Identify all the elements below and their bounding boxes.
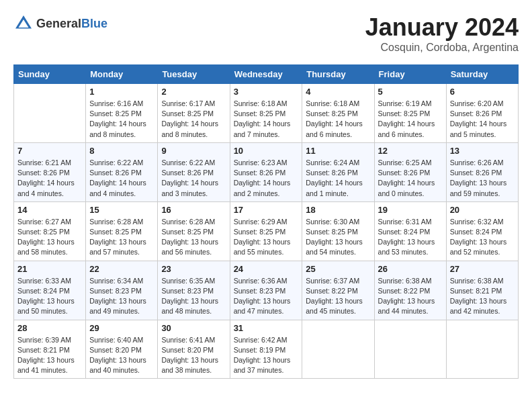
day-number: 31 (234, 323, 299, 333)
day-number: 22 (89, 264, 154, 274)
calendar-cell: 2Sunrise: 6:17 AMSunset: 8:25 PMDaylight… (158, 84, 230, 143)
calendar-cell: 18Sunrise: 6:30 AMSunset: 8:25 PMDayligh… (302, 201, 374, 261)
day-number: 28 (17, 323, 82, 333)
calendar-header: SundayMondayTuesdayWednesdayThursdayFrid… (14, 65, 519, 84)
day-info: Sunrise: 6:18 AMSunset: 8:25 PMDaylight:… (306, 99, 370, 140)
calendar-cell: 17Sunrise: 6:29 AMSunset: 8:25 PMDayligh… (230, 201, 302, 261)
calendar-cell: 23Sunrise: 6:35 AMSunset: 8:23 PMDayligh… (158, 261, 230, 320)
location-title: Cosquin, Cordoba, Argentina (365, 42, 519, 54)
day-number: 4 (306, 87, 370, 97)
day-info: Sunrise: 6:25 AMSunset: 8:26 PMDaylight:… (378, 158, 443, 199)
day-info: Sunrise: 6:37 AMSunset: 8:22 PMDaylight:… (306, 276, 370, 317)
calendar-cell: 25Sunrise: 6:37 AMSunset: 8:22 PMDayligh… (302, 261, 374, 320)
day-number: 1 (89, 87, 154, 97)
day-number: 23 (161, 264, 226, 274)
day-info: Sunrise: 6:16 AMSunset: 8:25 PMDaylight:… (89, 99, 154, 140)
day-info: Sunrise: 6:18 AMSunset: 8:25 PMDaylight:… (234, 99, 299, 140)
day-info: Sunrise: 6:23 AMSunset: 8:26 PMDaylight:… (234, 158, 299, 199)
day-number: 11 (306, 146, 370, 156)
day-number: 5 (378, 87, 443, 97)
day-info: Sunrise: 6:19 AMSunset: 8:25 PMDaylight:… (378, 99, 443, 140)
day-info: Sunrise: 6:32 AMSunset: 8:24 PMDaylight:… (450, 217, 515, 258)
week-row-1: 1Sunrise: 6:16 AMSunset: 8:25 PMDaylight… (14, 84, 519, 143)
title-block: January 2024 Cosquin, Cordoba, Argentina (365, 13, 519, 54)
day-info: Sunrise: 6:31 AMSunset: 8:24 PMDaylight:… (378, 217, 443, 258)
day-number: 8 (89, 146, 154, 156)
calendar-cell (302, 320, 374, 379)
calendar-cell: 13Sunrise: 6:26 AMSunset: 8:26 PMDayligh… (446, 142, 518, 201)
day-info: Sunrise: 6:21 AMSunset: 8:26 PMDaylight:… (17, 158, 82, 199)
calendar-cell: 20Sunrise: 6:32 AMSunset: 8:24 PMDayligh… (446, 201, 518, 261)
logo-blue-text: Blue (81, 17, 107, 30)
day-number: 12 (378, 146, 443, 156)
day-number: 30 (161, 323, 226, 333)
header-day-saturday: Saturday (446, 65, 518, 84)
day-info: Sunrise: 6:22 AMSunset: 8:26 PMDaylight:… (161, 158, 226, 199)
week-row-2: 7Sunrise: 6:21 AMSunset: 8:26 PMDaylight… (14, 142, 519, 201)
day-info: Sunrise: 6:28 AMSunset: 8:25 PMDaylight:… (161, 217, 226, 258)
day-info: Sunrise: 6:38 AMSunset: 8:21 PMDaylight:… (450, 276, 515, 317)
day-number: 27 (450, 264, 515, 274)
header-day-monday: Monday (86, 65, 158, 84)
day-info: Sunrise: 6:34 AMSunset: 8:23 PMDaylight:… (89, 276, 154, 317)
calendar-cell: 7Sunrise: 6:21 AMSunset: 8:26 PMDaylight… (14, 142, 86, 201)
day-info: Sunrise: 6:30 AMSunset: 8:25 PMDaylight:… (306, 217, 370, 258)
day-info: Sunrise: 6:40 AMSunset: 8:20 PMDaylight:… (89, 335, 154, 376)
calendar-cell: 3Sunrise: 6:18 AMSunset: 8:25 PMDaylight… (230, 84, 302, 143)
calendar-cell: 29Sunrise: 6:40 AMSunset: 8:20 PMDayligh… (86, 320, 158, 379)
calendar-cell: 9Sunrise: 6:22 AMSunset: 8:26 PMDaylight… (158, 142, 230, 201)
day-info: Sunrise: 6:33 AMSunset: 8:24 PMDaylight:… (17, 276, 82, 317)
day-info: Sunrise: 6:28 AMSunset: 8:25 PMDaylight:… (89, 217, 154, 258)
calendar-cell: 6Sunrise: 6:20 AMSunset: 8:26 PMDaylight… (446, 84, 518, 143)
day-number: 13 (450, 146, 515, 156)
day-number: 21 (17, 264, 82, 274)
calendar-cell: 19Sunrise: 6:31 AMSunset: 8:24 PMDayligh… (374, 201, 446, 261)
calendar-cell: 12Sunrise: 6:25 AMSunset: 8:26 PMDayligh… (374, 142, 446, 201)
calendar-cell: 1Sunrise: 6:16 AMSunset: 8:25 PMDaylight… (86, 84, 158, 143)
calendar-cell: 24Sunrise: 6:36 AMSunset: 8:23 PMDayligh… (230, 261, 302, 320)
calendar-cell: 14Sunrise: 6:27 AMSunset: 8:25 PMDayligh… (14, 201, 86, 261)
day-info: Sunrise: 6:26 AMSunset: 8:26 PMDaylight:… (450, 158, 515, 199)
day-info: Sunrise: 6:36 AMSunset: 8:23 PMDaylight:… (234, 276, 299, 317)
week-row-4: 21Sunrise: 6:33 AMSunset: 8:24 PMDayligh… (14, 261, 519, 320)
day-info: Sunrise: 6:29 AMSunset: 8:25 PMDaylight:… (234, 217, 299, 258)
calendar-cell: 10Sunrise: 6:23 AMSunset: 8:26 PMDayligh… (230, 142, 302, 201)
day-number: 3 (234, 87, 299, 97)
day-info: Sunrise: 6:27 AMSunset: 8:25 PMDaylight:… (17, 217, 82, 258)
day-info: Sunrise: 6:24 AMSunset: 8:26 PMDaylight:… (306, 158, 370, 199)
day-info: Sunrise: 6:39 AMSunset: 8:21 PMDaylight:… (17, 335, 82, 376)
header-day-sunday: Sunday (14, 65, 86, 84)
header-day-thursday: Thursday (302, 65, 374, 84)
day-info: Sunrise: 6:41 AMSunset: 8:20 PMDaylight:… (161, 335, 226, 376)
day-info: Sunrise: 6:17 AMSunset: 8:25 PMDaylight:… (161, 99, 226, 140)
calendar-cell: 15Sunrise: 6:28 AMSunset: 8:25 PMDayligh… (86, 201, 158, 261)
calendar-cell (446, 320, 518, 379)
calendar-cell: 31Sunrise: 6:42 AMSunset: 8:19 PMDayligh… (230, 320, 302, 379)
day-number: 19 (378, 205, 443, 215)
calendar-cell: 30Sunrise: 6:41 AMSunset: 8:20 PMDayligh… (158, 320, 230, 379)
day-number: 15 (89, 205, 154, 215)
week-row-5: 28Sunrise: 6:39 AMSunset: 8:21 PMDayligh… (14, 320, 519, 379)
calendar-cell: 28Sunrise: 6:39 AMSunset: 8:21 PMDayligh… (14, 320, 86, 379)
day-number: 18 (306, 205, 370, 215)
calendar-cell (14, 84, 86, 143)
calendar-cell: 26Sunrise: 6:38 AMSunset: 8:22 PMDayligh… (374, 261, 446, 320)
calendar-table: SundayMondayTuesdayWednesdayThursdayFrid… (13, 64, 519, 379)
header-day-friday: Friday (374, 65, 446, 84)
day-number: 17 (234, 205, 299, 215)
logo: GeneralBlue (13, 13, 107, 34)
day-number: 6 (450, 87, 515, 97)
day-number: 2 (161, 87, 226, 97)
day-number: 7 (17, 146, 82, 156)
day-info: Sunrise: 6:38 AMSunset: 8:22 PMDaylight:… (378, 276, 443, 317)
calendar-cell: 16Sunrise: 6:28 AMSunset: 8:25 PMDayligh… (158, 201, 230, 261)
calendar-cell: 4Sunrise: 6:18 AMSunset: 8:25 PMDaylight… (302, 84, 374, 143)
day-number: 16 (161, 205, 226, 215)
day-info: Sunrise: 6:22 AMSunset: 8:26 PMDaylight:… (89, 158, 154, 199)
calendar-body: 1Sunrise: 6:16 AMSunset: 8:25 PMDaylight… (14, 84, 519, 379)
day-info: Sunrise: 6:42 AMSunset: 8:19 PMDaylight:… (234, 335, 299, 376)
calendar-cell: 22Sunrise: 6:34 AMSunset: 8:23 PMDayligh… (86, 261, 158, 320)
header-row: SundayMondayTuesdayWednesdayThursdayFrid… (14, 65, 519, 84)
week-row-3: 14Sunrise: 6:27 AMSunset: 8:25 PMDayligh… (14, 201, 519, 261)
calendar-cell: 11Sunrise: 6:24 AMSunset: 8:26 PMDayligh… (302, 142, 374, 201)
